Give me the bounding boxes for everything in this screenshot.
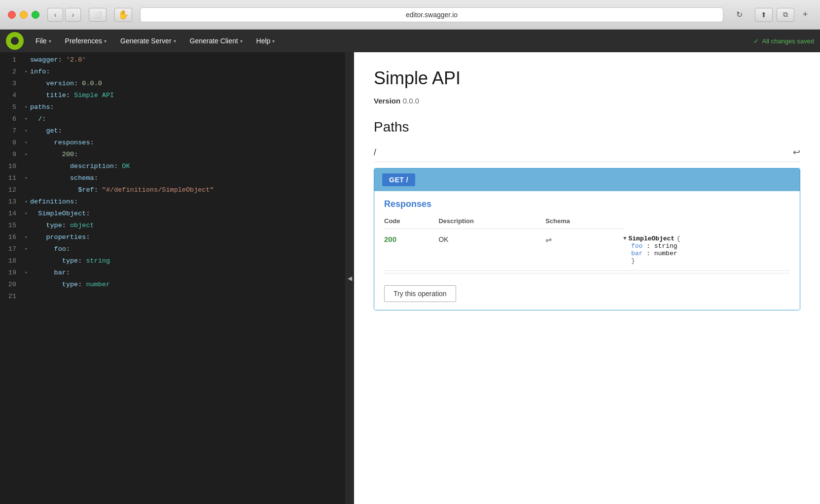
help-menu[interactable]: Help ▾ xyxy=(250,34,281,48)
code-line-4: 4 title: Simple API xyxy=(0,90,345,101)
try-operation-button[interactable]: Try this operation xyxy=(384,285,456,302)
schema-header: Schema xyxy=(545,215,623,229)
line-number-17: 17 xyxy=(0,243,22,255)
fold-17[interactable]: ▾ xyxy=(22,243,30,255)
schema-props: foo : string bar : number xyxy=(631,242,786,257)
nav-arrows: ‹ › xyxy=(47,8,81,22)
line-number-15: 15 xyxy=(0,220,22,232)
fold-7[interactable]: ▾ xyxy=(22,125,30,137)
line-content-15: type: object xyxy=(30,220,345,232)
windows-button[interactable]: ⧉ xyxy=(777,8,794,22)
app-toolbar: File ▾ Preferences ▾ Generate Server ▾ G… xyxy=(0,30,820,52)
schema-open-brace: { xyxy=(677,235,680,242)
line-number-3: 3 xyxy=(0,78,22,90)
main-content: 1 swagger: '2.0' 2 ▾ info: 3 version: 0.… xyxy=(0,52,820,504)
preferences-label: Preferences xyxy=(65,37,102,45)
generate-client-arrow: ▾ xyxy=(240,38,243,44)
code-line-2: 2 ▾ info: xyxy=(0,66,345,78)
fold-19[interactable]: ▾ xyxy=(22,267,30,279)
code-line-11: 11 ▾ schema: xyxy=(0,172,345,184)
operation-header[interactable]: GET / xyxy=(374,168,800,191)
schema-toggle-icon[interactable]: ⇌ xyxy=(545,235,552,244)
code-line-10: 10 description: OK xyxy=(0,161,345,172)
fold-13[interactable]: ▾ xyxy=(22,196,30,208)
line-content-16: properties: xyxy=(30,232,345,243)
sidebar-toggle-button[interactable]: ⬜ xyxy=(89,8,107,22)
code-line-20: 20 type: number xyxy=(0,279,345,291)
fold-5[interactable]: ▾ xyxy=(22,101,30,113)
fold-6[interactable]: ▾ xyxy=(22,113,30,125)
fold-11[interactable]: ▾ xyxy=(22,172,30,184)
minimize-button[interactable] xyxy=(20,11,28,19)
window-actions: ⬆ ⧉ + xyxy=(755,8,812,22)
generate-server-label: Generate Server xyxy=(120,37,172,45)
close-button[interactable] xyxy=(8,11,16,19)
description-header: Description xyxy=(438,215,545,229)
code-line-13: 13 ▾ definitions: xyxy=(0,196,345,208)
fold-2[interactable]: ▾ xyxy=(22,66,30,78)
back-button[interactable]: ‹ xyxy=(47,8,63,22)
prop-type-foo: : string xyxy=(646,242,677,250)
address-bar[interactable]: editor.swagger.io xyxy=(140,7,723,22)
generate-server-menu[interactable]: Generate Server ▾ xyxy=(114,34,182,48)
code-line-1: 1 swagger: '2.0' xyxy=(0,54,345,66)
editor-panel[interactable]: 1 swagger: '2.0' 2 ▾ info: 3 version: 0.… xyxy=(0,52,345,504)
nav-forward-icon: › xyxy=(72,11,74,19)
fold-16[interactable]: ▾ xyxy=(22,232,30,243)
preferences-menu[interactable]: Preferences ▾ xyxy=(59,34,112,48)
nav-back-icon: ‹ xyxy=(54,11,57,19)
prop-key-foo: foo xyxy=(631,242,642,250)
fold-8[interactable]: ▾ xyxy=(22,137,30,149)
code-header: Code xyxy=(384,215,438,229)
app-logo-inner xyxy=(9,35,20,46)
line-content-9: 200: xyxy=(30,149,345,161)
line-content-20: type: number xyxy=(30,279,345,291)
line-number-16: 16 xyxy=(0,232,22,243)
fullscreen-button[interactable] xyxy=(32,11,39,19)
line-content-11: schema: xyxy=(30,172,345,184)
line-number-14: 14 xyxy=(0,208,22,220)
operation-block: GET / Responses Code Description Schema xyxy=(374,168,800,310)
code-line-8: 8 ▾ responses: xyxy=(0,137,345,149)
preview-panel: Simple API Version 0.0.0 Paths / ↩ GET /… xyxy=(354,52,820,504)
fold-14[interactable]: ▾ xyxy=(22,208,30,220)
line-content-4: title: Simple API xyxy=(30,90,345,101)
new-tab-button[interactable]: + xyxy=(798,8,812,22)
collapse-arrow[interactable]: ◀ xyxy=(348,275,352,282)
back-arrow-icon[interactable]: ↩ xyxy=(793,147,800,158)
line-content-13: definitions: xyxy=(30,196,345,208)
reload-button[interactable]: ↻ xyxy=(731,8,747,22)
hand-button[interactable]: ✋ xyxy=(114,8,132,22)
code-line-19: 19 ▾ bar: xyxy=(0,267,345,279)
line-content-18: type: string xyxy=(30,255,345,267)
version-row: Version 0.0.0 xyxy=(374,97,800,105)
forward-button[interactable]: › xyxy=(65,8,81,22)
line-number-6: 6 xyxy=(0,113,22,125)
save-status-label: All changes saved xyxy=(762,37,814,45)
code-line-5: 5 ▾ paths: xyxy=(0,101,345,113)
panel-divider[interactable]: ◀ xyxy=(345,52,354,504)
try-operation-section: Try this operation xyxy=(384,273,790,302)
fold-9[interactable]: ▾ xyxy=(22,149,30,161)
line-number-20: 20 xyxy=(0,279,22,291)
line-content-19: bar: xyxy=(30,267,345,279)
prop-key-bar: bar xyxy=(631,250,642,257)
code-line-9: 9 ▾ 200: xyxy=(0,149,345,161)
file-menu[interactable]: File ▾ xyxy=(30,34,57,48)
schema-triangle-icon: ▼ xyxy=(623,235,627,241)
schema-prop-foo: foo : string xyxy=(631,242,786,250)
traffic-lights xyxy=(8,11,39,19)
method-path: / xyxy=(406,176,408,184)
schema-block: ▼ SimpleObject { foo : string xyxy=(623,235,786,265)
generate-client-menu[interactable]: Generate Client ▾ xyxy=(184,34,249,48)
app-logo xyxy=(6,32,24,50)
paths-heading: Paths xyxy=(374,119,800,135)
code-line-14: 14 ▾ SimpleObject: xyxy=(0,208,345,220)
help-arrow: ▾ xyxy=(272,38,275,44)
line-content-10: description: OK xyxy=(30,161,345,172)
line-content-1: swagger: '2.0' xyxy=(30,54,345,66)
method-text: GET xyxy=(389,176,404,184)
code-editor: 1 swagger: '2.0' 2 ▾ info: 3 version: 0.… xyxy=(0,52,345,304)
share-button[interactable]: ⬆ xyxy=(755,8,773,22)
line-number-9: 9 xyxy=(0,149,22,161)
